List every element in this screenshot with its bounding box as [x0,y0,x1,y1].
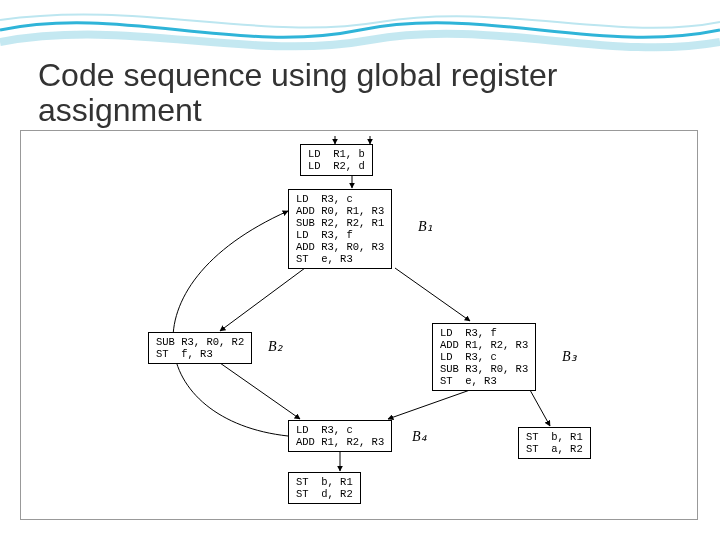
svg-line-3 [220,268,305,331]
slide-title: Code sequence using global register assi… [38,58,720,128]
block-exit: ST b, R1 ST d, R2 [288,472,361,504]
label-b2: B₂ [268,338,283,355]
svg-line-7 [530,390,550,426]
block-b4: LD R3, c ADD R1, R2, R3 [288,420,392,452]
block-b1: LD R3, c ADD R0, R1, R3 SUB R2, R2, R1 L… [288,189,392,269]
block-entry: LD R1, b LD R2, d [300,144,373,176]
block-b3x: ST b, R1 ST a, R2 [518,427,591,459]
block-b2: SUB R3, R0, R2 ST f, R3 [148,332,252,364]
flow-diagram: LD R1, b LD R2, d LD R3, c ADD R0, R1, R… [130,136,650,536]
svg-line-5 [220,363,300,419]
block-b3: LD R3, f ADD R1, R2, R3 LD R3, c SUB R3,… [432,323,536,391]
svg-line-6 [388,390,470,419]
label-b4: B₄ [412,428,427,445]
label-b3: B₃ [562,348,577,365]
svg-line-4 [395,268,470,321]
label-b1: B₁ [418,218,433,235]
